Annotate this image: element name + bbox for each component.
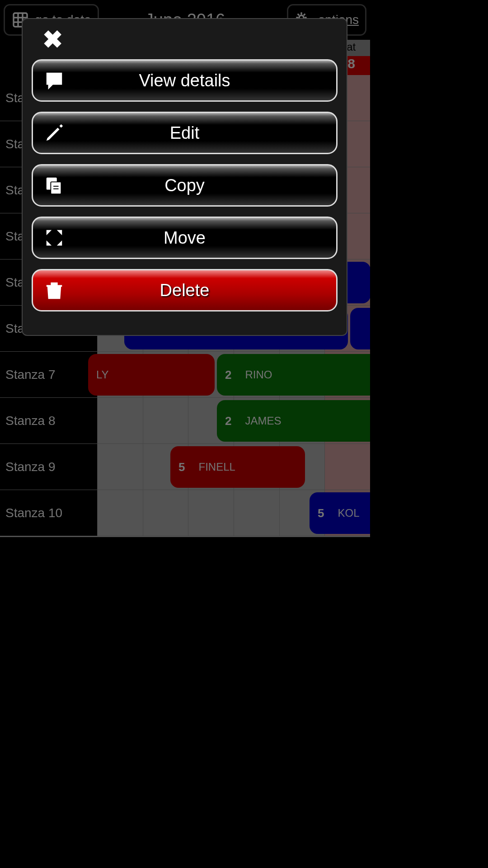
context-menu-modal: ✖ View details Edit Copy Move Delete bbox=[22, 18, 347, 336]
edit-button[interactable]: Edit bbox=[32, 112, 338, 154]
trash-icon bbox=[44, 280, 65, 301]
pencil-icon bbox=[44, 123, 65, 143]
arrows-expand-icon bbox=[44, 227, 65, 248]
view-details-button[interactable]: View details bbox=[32, 59, 338, 102]
svg-rect-10 bbox=[51, 182, 61, 194]
delete-label: Delete bbox=[160, 281, 210, 300]
move-label: Move bbox=[164, 228, 206, 248]
copy-button[interactable]: Copy bbox=[32, 164, 338, 207]
edit-label: Edit bbox=[170, 123, 199, 143]
close-button[interactable]: ✖ bbox=[42, 25, 338, 54]
view-details-label: View details bbox=[139, 71, 230, 90]
copy-label: Copy bbox=[164, 176, 205, 195]
speech-bubble-icon bbox=[44, 70, 65, 91]
move-button[interactable]: Move bbox=[32, 217, 338, 259]
delete-button[interactable]: Delete bbox=[32, 269, 338, 311]
copy-icon bbox=[44, 175, 65, 196]
